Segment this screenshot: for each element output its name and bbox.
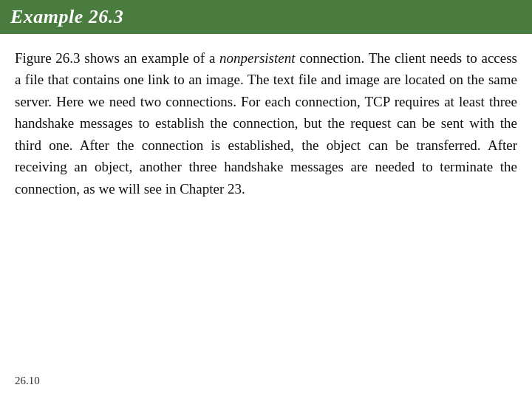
italic-term: nonpersistent [219,50,295,66]
footer: 26.10 [15,375,40,387]
main-paragraph: Figure 26.3 shows an example of a nonper… [15,47,517,200]
page-title: Example 26.3 [10,6,123,28]
paragraph-text-before-italic: Figure 26.3 shows an example of a [15,50,219,66]
header-bar: Example 26.3 [0,0,532,34]
page-number: 26.10 [15,375,40,386]
content-area: Figure 26.3 shows an example of a nonper… [0,34,532,207]
paragraph-text-after-italic: connection. The client needs to access a… [15,50,517,197]
